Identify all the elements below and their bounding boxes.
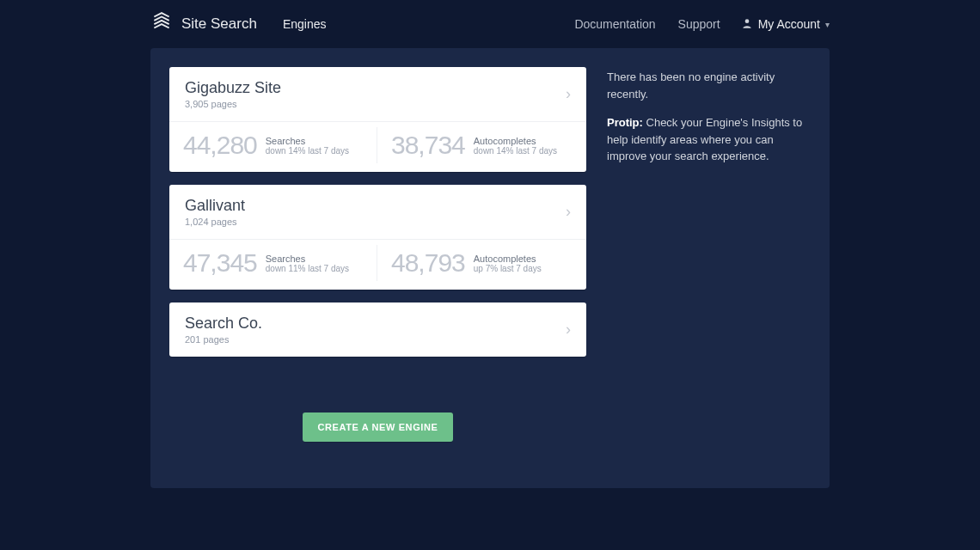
stat-trend: down 14% last 7 days <box>266 146 349 156</box>
side-panel: There has been no engine activity recent… <box>607 67 811 469</box>
stat-value: 48,793 <box>391 248 465 278</box>
engine-stats: 44,280 Searches down 14% last 7 days 38,… <box>169 121 586 172</box>
stat-searches: 47,345 Searches down 11% last 7 days <box>178 245 370 281</box>
svg-point-0 <box>744 19 749 23</box>
protip-text: Protip: Check your Engine's Insights to … <box>607 114 811 165</box>
engine-header[interactable]: Gigabuzz Site 3,905 pages › <box>169 67 586 121</box>
stat-label: Searches <box>266 254 349 264</box>
engine-name: Search Co. <box>185 315 262 333</box>
engine-pages: 1,024 pages <box>185 217 245 227</box>
account-menu[interactable]: My Account ▾ <box>741 17 830 32</box>
engine-pages: 3,905 pages <box>185 99 281 109</box>
chevron-right-icon: › <box>566 203 571 221</box>
engine-card: Search Co. 201 pages › <box>169 302 586 357</box>
stat-trend: down 14% last 7 days <box>474 146 557 156</box>
topbar: Site Search Engines Documentation Suppor… <box>0 0 980 48</box>
nav-support[interactable]: Support <box>677 12 722 36</box>
chevron-down-icon: ▾ <box>825 20 830 29</box>
stat-trend: up 7% last 7 days <box>474 264 542 273</box>
chevron-right-icon: › <box>566 321 571 339</box>
create-engine-button[interactable]: CREATE A NEW ENGINE <box>303 412 454 442</box>
engine-header[interactable]: Gallivant 1,024 pages › <box>169 185 586 239</box>
engine-stats: 47,345 Searches down 11% last 7 days 48,… <box>169 239 586 290</box>
stat-label: Autocompletes <box>474 136 557 146</box>
create-row: CREATE A NEW ENGINE <box>169 412 586 442</box>
stat-value: 44,280 <box>183 131 257 160</box>
engine-name: Gallivant <box>185 197 245 215</box>
stat-searches: 44,280 Searches down 14% last 7 days <box>178 127 370 163</box>
topbar-right: Documentation Support My Account ▾ <box>573 12 830 36</box>
logo[interactable]: Site Search <box>150 11 257 37</box>
stat-value: 38,734 <box>391 131 465 160</box>
logo-icon <box>150 11 173 37</box>
account-label: My Account <box>758 17 820 31</box>
brand-name: Site Search <box>181 15 257 33</box>
stat-trend: down 11% last 7 days <box>266 264 349 273</box>
nav-documentation[interactable]: Documentation <box>573 12 657 36</box>
engine-header[interactable]: Search Co. 201 pages › <box>169 302 586 357</box>
user-icon <box>741 17 753 32</box>
stat-autocompletes: 38,734 Autocompletes down 14% last 7 day… <box>377 127 578 163</box>
engine-name: Gigabuzz Site <box>185 79 281 97</box>
chevron-right-icon: › <box>566 85 571 103</box>
stat-value: 47,345 <box>183 248 257 278</box>
content-panel: Gigabuzz Site 3,905 pages › 44,280 Searc… <box>150 48 830 488</box>
topbar-left: Site Search Engines <box>150 11 328 37</box>
engines-list: Gigabuzz Site 3,905 pages › 44,280 Searc… <box>169 67 586 469</box>
engine-pages: 201 pages <box>185 334 262 345</box>
no-activity-text: There has been no engine activity recent… <box>607 69 811 102</box>
protip-label: Protip: <box>607 116 643 129</box>
stat-label: Autocompletes <box>474 254 542 264</box>
stat-label: Searches <box>266 136 349 146</box>
nav-engines[interactable]: Engines <box>281 12 328 36</box>
engine-card: Gigabuzz Site 3,905 pages › 44,280 Searc… <box>169 67 586 172</box>
stat-autocompletes: 48,793 Autocompletes up 7% last 7 days <box>377 245 578 281</box>
engine-card: Gallivant 1,024 pages › 47,345 Searches … <box>169 185 586 290</box>
